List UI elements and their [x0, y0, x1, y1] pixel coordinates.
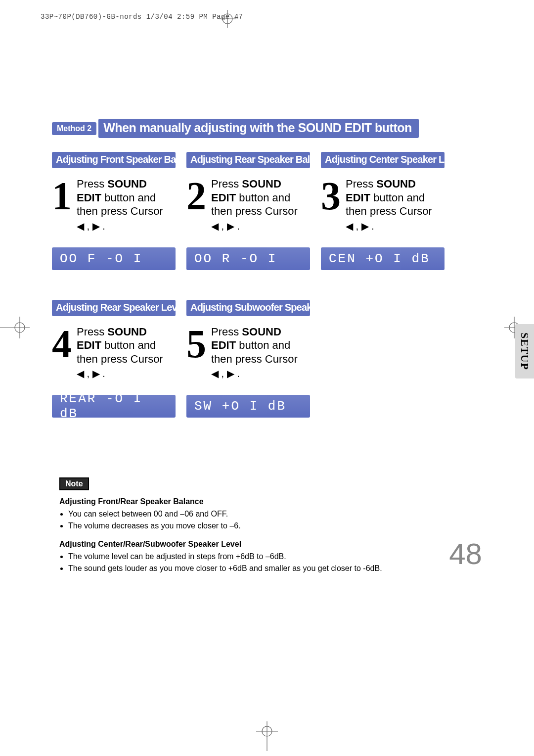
- step-heading: Adjusting Center Speaker Level: [321, 152, 445, 168]
- steps-grid: Adjusting Front Speaker Balance 1 Press …: [52, 152, 482, 418]
- list-item: You can select between 00 and –06 and OF…: [68, 508, 470, 520]
- page-number: 48: [449, 537, 482, 571]
- print-header: 33P~70P(DB760)-GB-nords 1/3/04 2:59 PM P…: [41, 13, 243, 21]
- lcd-display: OO F -O I: [52, 247, 176, 270]
- step-text: Press SOUND EDIT button and then press C…: [77, 325, 176, 380]
- crop-mark-icon: [0, 317, 30, 338]
- crop-mark-icon: [256, 721, 278, 751]
- step-text: Press SOUND EDIT button and then press C…: [77, 177, 176, 233]
- cursor-arrows-icon: ◀ , ▶ .: [77, 220, 176, 233]
- method-badge: Method 2: [52, 122, 96, 135]
- step-text: Press SOUND EDIT button and then press C…: [211, 177, 310, 233]
- step-4: Adjusting Rear Speaker Level 4 Press SOU…: [52, 300, 176, 418]
- lcd-display: OO R -O I: [186, 247, 310, 270]
- step-number: 2: [186, 180, 206, 212]
- step-number: 1: [52, 180, 72, 212]
- step-number: 5: [186, 328, 206, 360]
- step-text: Press SOUND EDIT button and then press C…: [211, 325, 310, 380]
- step-2: Adjusting Rear Speaker Balance 2 Press S…: [186, 152, 310, 270]
- note-heading-2: Adjusting Center/Rear/Subwoofer Speaker …: [59, 540, 470, 549]
- setup-tab-label: SETUP: [518, 332, 531, 370]
- crop-mark-icon: [219, 10, 236, 28]
- lcd-display: SW +O I dB: [186, 395, 310, 418]
- list-item: The volume decreases as you move closer …: [68, 520, 470, 532]
- note-section: Note Adjusting Front/Rear Speaker Balanc…: [59, 477, 470, 582]
- list-item: The sound gets louder as you move closer…: [68, 563, 470, 574]
- step-text: Press SOUND EDIT button and then press C…: [346, 177, 445, 233]
- step-number: 3: [321, 180, 341, 212]
- step-heading: Adjusting Subwoofer Speaker Level: [186, 300, 310, 316]
- cursor-arrows-icon: ◀ , ▶ .: [211, 368, 310, 380]
- cursor-arrows-icon: ◀ , ▶ .: [346, 220, 445, 233]
- method-title-row: Method 2 When manually adjusting with th…: [52, 119, 482, 138]
- lcd-display: CEN +O I dB: [321, 247, 445, 270]
- cursor-arrows-icon: ◀ , ▶ .: [77, 368, 176, 380]
- step-heading: Adjusting Front Speaker Balance: [52, 152, 176, 168]
- step-number: 4: [52, 328, 72, 360]
- setup-side-tab: SETUP: [515, 324, 534, 378]
- step-heading: Adjusting Rear Speaker Level: [52, 300, 176, 316]
- list-item: The volume level can be adjusted in step…: [68, 551, 470, 563]
- note-list-2: The volume level can be adjusted in step…: [59, 551, 470, 574]
- cursor-arrows-icon: ◀ , ▶ .: [211, 220, 310, 233]
- note-heading-1: Adjusting Front/Rear Speaker Balance: [59, 497, 470, 506]
- note-badge: Note: [59, 477, 89, 490]
- step-3: Adjusting Center Speaker Level 3 Press S…: [321, 152, 445, 270]
- step-5: Adjusting Subwoofer Speaker Level 5 Pres…: [186, 300, 310, 418]
- lcd-display: REAR -O I dB: [52, 395, 176, 418]
- step-1: Adjusting Front Speaker Balance 1 Press …: [52, 152, 176, 270]
- note-list-1: You can select between 00 and –06 and OF…: [59, 508, 470, 532]
- method-heading: When manually adjusting with the SOUND E…: [98, 119, 419, 138]
- step-heading: Adjusting Rear Speaker Balance: [186, 152, 310, 168]
